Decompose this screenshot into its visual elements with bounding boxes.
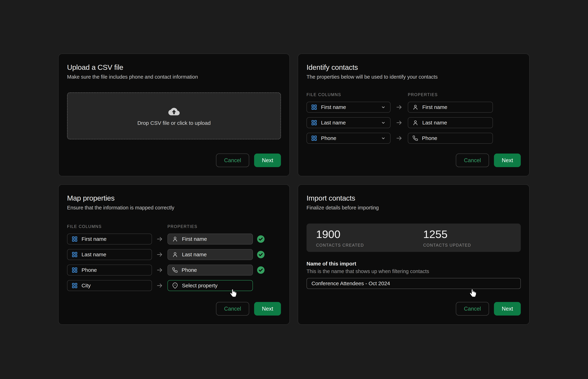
cancel-button[interactable]: Cancel	[456, 302, 489, 316]
property-field[interactable]: First name	[408, 102, 493, 113]
card-subtitle: Make sure the file includes phone and co…	[67, 74, 281, 80]
property-select-open[interactable]: Select property	[168, 280, 253, 291]
property-field[interactable]: First name	[168, 234, 253, 244]
next-button[interactable]: Next	[494, 154, 521, 167]
file-column-field[interactable]: First name	[67, 234, 152, 244]
page-title: Identify contacts	[306, 63, 521, 72]
file-column-select[interactable]: Phone	[306, 133, 390, 144]
stat-contacts-updated: 1255 CONTACTS UPDATED	[414, 223, 521, 248]
file-column-label: Phone	[321, 135, 336, 141]
file-column-select[interactable]: Last name	[306, 117, 390, 128]
grid-icon	[311, 104, 317, 110]
import-contacts-card: Import contacts Finalize details before …	[298, 184, 530, 325]
file-columns-header: FILE COLUMNS	[67, 224, 152, 229]
stat-value: 1255	[423, 228, 521, 240]
person-icon	[172, 236, 178, 242]
chevron-down-icon	[381, 136, 386, 141]
grid-icon	[72, 252, 78, 257]
upload-csv-card: Upload a CSV file Make sure the file inc…	[58, 54, 290, 176]
person-icon	[412, 104, 419, 110]
property-field[interactable]: Last name	[168, 249, 253, 260]
grid-icon	[72, 236, 78, 242]
chevron-down-icon	[381, 105, 386, 110]
properties-header: PROPERTIES	[168, 224, 253, 229]
arrow-right-icon	[390, 119, 408, 126]
person-icon	[412, 120, 419, 126]
property-field[interactable]: Phone	[408, 133, 493, 144]
import-name-help: This is the name that shows up when filt…	[306, 268, 521, 274]
property-label: First name	[422, 104, 447, 110]
stat-value: 1900	[316, 228, 414, 240]
file-column-field[interactable]: Phone	[67, 265, 152, 276]
next-button[interactable]: Next	[254, 302, 281, 316]
grid-icon	[72, 267, 78, 273]
cancel-button[interactable]: Cancel	[216, 154, 249, 167]
page-title: Upload a CSV file	[67, 63, 281, 72]
file-column-field[interactable]: Last name	[67, 249, 152, 260]
file-column-select[interactable]: First name	[306, 102, 390, 113]
card-subtitle: The properties below will be used to ide…	[306, 74, 521, 80]
arrow-right-icon	[152, 251, 168, 258]
map-properties-card: Map properties Ensure that the informati…	[58, 184, 290, 325]
arrow-right-icon	[390, 104, 408, 111]
cancel-button[interactable]: Cancel	[456, 154, 489, 167]
property-label: Last name	[422, 120, 447, 126]
file-column-label: First name	[321, 104, 346, 110]
phone-icon	[412, 135, 418, 141]
page-title: Import contacts	[306, 194, 521, 202]
person-icon	[172, 252, 178, 257]
file-column-label: Last name	[82, 252, 106, 257]
import-stats-panel: 1900 CONTACTS CREATED 1255 CONTACTS UPDA…	[306, 223, 521, 252]
cloud-upload-icon	[168, 106, 180, 116]
check-circle-icon	[253, 266, 269, 274]
next-button[interactable]: Next	[494, 302, 521, 316]
grid-icon	[311, 135, 317, 141]
import-name-label: Name of this import	[306, 260, 521, 267]
file-column-field[interactable]: City	[67, 280, 152, 291]
check-circle-icon	[253, 235, 269, 243]
file-columns-header: FILE COLUMNS	[306, 92, 390, 97]
stat-label: CONTACTS CREATED	[316, 243, 414, 248]
arrow-right-icon	[152, 236, 168, 243]
property-label: Last name	[182, 252, 207, 257]
file-column-label: City	[82, 283, 91, 289]
property-placeholder: Select property	[182, 283, 218, 289]
stat-contacts-created: 1900 CONTACTS CREATED	[306, 223, 414, 248]
cancel-button[interactable]: Cancel	[216, 302, 249, 316]
import-name-input[interactable]	[306, 278, 521, 289]
chevron-down-icon	[381, 120, 386, 125]
page-title: Map properties	[67, 194, 281, 202]
file-column-label: Last name	[321, 120, 346, 126]
stat-label: CONTACTS UPDATED	[423, 243, 521, 248]
next-button[interactable]: Next	[254, 154, 281, 167]
property-field[interactable]: Phone	[168, 265, 253, 276]
property-label: Phone	[182, 267, 197, 273]
property-field[interactable]: Last name	[408, 117, 493, 128]
csv-dropzone[interactable]: Drop CSV file or click to upload	[67, 92, 281, 140]
properties-header: PROPERTIES	[408, 92, 493, 97]
file-column-label: Phone	[82, 267, 97, 273]
file-column-label: First name	[82, 236, 107, 242]
grid-icon	[311, 120, 317, 126]
check-circle-icon	[253, 251, 269, 259]
import-contacts-flow-screen: Upload a CSV file Make sure the file inc…	[0, 0, 588, 379]
phone-icon	[172, 267, 178, 273]
property-label: First name	[182, 236, 207, 242]
identify-contacts-card: Identify contacts The properties below w…	[298, 54, 530, 176]
property-label: Phone	[422, 135, 437, 141]
arrow-right-icon	[152, 267, 168, 274]
arrow-right-icon	[152, 282, 168, 289]
arrow-right-icon	[390, 135, 408, 142]
dropzone-label: Drop CSV file or click to upload	[137, 120, 211, 126]
card-subtitle: Ensure that the information is mapped co…	[67, 205, 281, 211]
location-pin-icon	[172, 283, 178, 289]
card-subtitle: Finalize details before importing	[306, 205, 521, 211]
grid-icon	[72, 283, 78, 289]
